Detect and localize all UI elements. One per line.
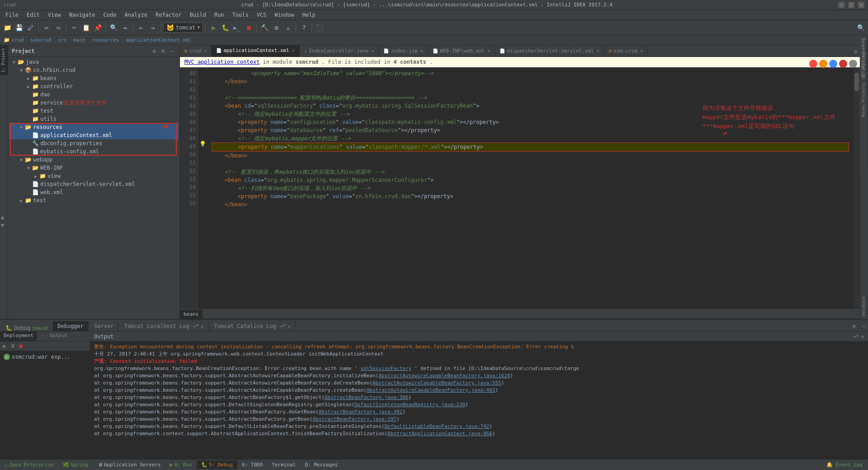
menu-window[interactable]: Window <box>271 11 297 19</box>
menu-build[interactable]: Build <box>186 11 210 19</box>
link-7[interactable]: AbstractBeanFactory.java:197 <box>312 416 396 422</box>
bc-src[interactable]: src <box>58 37 67 43</box>
project-close-icon[interactable]: – <box>169 47 176 55</box>
tab-crud[interactable]: m crud ✕ <box>180 45 212 57</box>
tab-indexcontroller-close[interactable]: ✕ <box>371 48 374 53</box>
menu-tools[interactable]: Tools <box>229 11 252 19</box>
bottom-settings-icon[interactable]: ⚙ <box>850 321 859 331</box>
messages-tab[interactable]: Q: Messages <box>300 461 342 469</box>
tomcat-catalina-tab[interactable]: Tomcat Catalina Log →* ✕ <box>210 321 296 331</box>
sdk-button[interactable]: ☕ <box>283 22 293 33</box>
tomcat-config[interactable]: 🐱 tomcat ▼ <box>163 23 203 33</box>
menu-run[interactable]: Run <box>211 11 228 19</box>
link-6[interactable]: AbstractBeanFactory.java:302 <box>319 409 402 415</box>
bottom-expand-icon[interactable]: – <box>859 321 868 331</box>
server-tab[interactable]: Server <box>90 321 118 331</box>
link-4[interactable]: AbstractBeanFactory.java:306 <box>325 394 408 400</box>
deploy-item-ssmcrud[interactable]: ✓ ssmcrud:war exp... <box>2 353 88 361</box>
tree-webinf[interactable]: ▼ 📂 WEB-INF <box>9 164 179 172</box>
terminal-tab[interactable]: Terminal <box>267 461 300 469</box>
tree-appcontext[interactable]: 📄 applicationContext.xml <box>9 131 179 139</box>
tree-resources[interactable]: ▼ 📂 resources <box>9 123 179 131</box>
bc-ssmcrud[interactable]: ssmcrud <box>30 37 51 43</box>
tab-ssmcrud[interactable]: m ssm-crud ✕ <box>604 45 648 57</box>
coverage-button[interactable]: ▶̲ <box>231 22 242 33</box>
maximize-button[interactable]: □ <box>848 2 854 8</box>
new-button[interactable]: 📁 <box>2 22 13 33</box>
log-close[interactable]: ✕ <box>201 324 204 329</box>
tab-webxml-close[interactable]: ✕ <box>487 48 490 53</box>
scrollbar-thumb[interactable] <box>854 73 859 91</box>
debug-button[interactable]: 🐛 <box>220 22 231 33</box>
run-button[interactable]: ▶ <box>208 22 219 33</box>
project-tab[interactable]: 1: Project <box>0 45 8 75</box>
tab-indexcontroller[interactable]: ☕ IndexController.java ✕ <box>300 45 379 57</box>
stop-button[interactable]: ■ <box>243 22 254 33</box>
tree-dao[interactable]: 📁 dao <box>9 90 179 99</box>
tab-indexjsp[interactable]: 📄 index.jsp ✕ <box>379 45 428 57</box>
start-debug-btn[interactable]: ▶ <box>1 342 8 350</box>
pause-btn[interactable]: ⏸ <box>9 342 16 350</box>
java-enterprise-tab[interactable]: ☕ Java Enterprise <box>0 461 58 469</box>
menu-navigate[interactable]: Navigate <box>66 11 99 19</box>
open-button[interactable]: 💾 <box>14 22 24 33</box>
tree-cn-hfbin[interactable]: ▼ 📦 cn.hfbin.crud <box>9 66 179 74</box>
menu-code[interactable]: Code <box>100 11 120 19</box>
gutter-49-bulb[interactable]: 💡 <box>198 141 207 149</box>
bc-main[interactable]: main <box>74 37 86 43</box>
catalina-close[interactable]: ✕ <box>288 324 291 329</box>
circle-orange[interactable] <box>819 60 827 68</box>
search-everywhere[interactable]: 🔍 <box>855 22 866 33</box>
beans-tab[interactable]: beans <box>180 310 203 318</box>
deployment-tab[interactable]: Deployment <box>0 332 37 341</box>
close-button[interactable]: ✕ <box>858 2 864 8</box>
menu-refactor[interactable]: Refactor <box>152 11 185 19</box>
tree-test2[interactable]: ▶ 📁 test <box>9 196 179 204</box>
help-icon[interactable]: ? <box>298 22 309 33</box>
tab-appcontext[interactable]: 📄 applicationContext.xml ✕ <box>212 45 300 57</box>
link-9[interactable]: AbstractApplicationContext.java:866 <box>387 431 492 437</box>
minimize-button[interactable]: – <box>838 2 844 8</box>
run-tab[interactable]: ▶ 4: Run <box>165 461 197 469</box>
menu-help[interactable]: Help <box>299 11 319 19</box>
find-button[interactable]: ↔ <box>120 22 131 33</box>
project-settings-icon[interactable]: ⚙ <box>151 47 158 55</box>
tree-webxml[interactable]: 📄 web.xml <box>9 188 179 196</box>
menu-analyze[interactable]: Analyze <box>121 11 151 19</box>
tree-dispatcher[interactable]: 📄 dispatcherServlet-servlet.xml <box>9 180 179 188</box>
tree-dbconfig[interactable]: 🔧 dbconfig.properties <box>9 139 179 147</box>
mvc-context-link[interactable]: MVC application context <box>184 59 259 65</box>
todo-tab[interactable]: 6: TODO <box>237 461 267 469</box>
tab-settings-icon[interactable]: ⚙ <box>851 47 860 57</box>
maven-tab[interactable]: Maven Projects <box>860 80 868 120</box>
search-button[interactable]: 🔍 <box>108 22 119 33</box>
link-3[interactable]: AbstractAutowireCapableBeanFactory.java:… <box>367 387 495 393</box>
tab-dispatcher[interactable]: 📄 dispatcherServlet-servlet.xml ✕ <box>495 45 604 57</box>
circle-blue[interactable] <box>829 60 837 68</box>
project-expand-icon[interactable]: ⊞ <box>160 47 167 55</box>
tree-service[interactable]: 📁 service 这里没有这个文件 <box>9 99 179 107</box>
tomcat-log-tab[interactable]: Tomcat Localhost Log →* ✕ <box>119 321 208 331</box>
link-2[interactable]: AbstractAutowireCapableBeanFactory.java:… <box>373 380 501 386</box>
tree-beans[interactable]: ▶ 📁 beans <box>9 74 179 82</box>
menu-vcs[interactable]: VCS <box>253 11 270 19</box>
structure-tab[interactable]: 2: Structure <box>860 45 868 80</box>
menu-view[interactable]: View <box>44 11 65 19</box>
tab-ssmcrud-close[interactable]: ✕ <box>640 48 643 53</box>
debug-tab-btn[interactable]: 🐛 5: Debug <box>197 461 237 469</box>
undo-button[interactable]: ↩ <box>41 22 52 33</box>
circle-red[interactable] <box>809 60 817 68</box>
tree-controller[interactable]: ▶ 📁 controller <box>9 82 179 90</box>
debugger-tab[interactable]: Debugger <box>53 321 89 331</box>
output-tab-btn[interactable]: Output <box>46 332 71 341</box>
database-tab[interactable]: Database <box>860 294 868 319</box>
tree-utils[interactable]: 📁 utils <box>9 115 179 123</box>
tab-dispatcher-close[interactable]: ✕ <box>596 48 599 53</box>
tree-webapp[interactable]: ▼ 📂 webapp <box>9 156 179 164</box>
output-action-btn[interactable]: →* <box>853 333 859 340</box>
bc-file[interactable]: applicationContext.xml <box>126 37 192 43</box>
tree-mybatis[interactable]: 📄 mybatis-config.xml <box>9 147 179 156</box>
paste-button[interactable]: 📌 <box>92 22 103 33</box>
sqlfactory-link[interactable]: sqlSessionFactory <box>360 366 411 371</box>
link-5[interactable]: DefaultSingletonBeanRegistry.java:230 <box>354 402 465 408</box>
